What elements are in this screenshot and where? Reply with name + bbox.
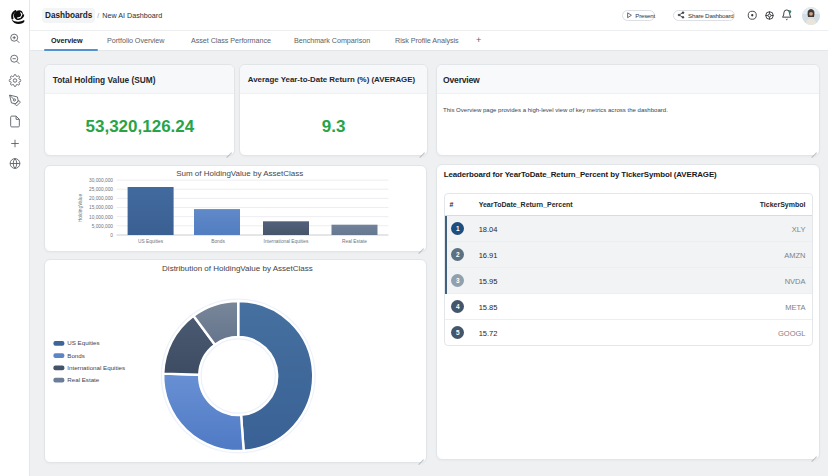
svg-text:20,000,000: 20,000,000 (89, 196, 113, 201)
svg-text:25,000,000: 25,000,000 (89, 187, 113, 192)
svg-text:Real Estate: Real Estate (68, 376, 101, 383)
svg-text:Bonds: Bonds (211, 239, 225, 244)
svg-text:International Equities: International Equities (68, 364, 126, 371)
svg-text:Bonds: Bonds (68, 352, 86, 359)
svg-text:US Equities: US Equities (138, 239, 164, 244)
svg-text:Real Estate: Real Estate (342, 239, 367, 244)
svg-text:10,000,000: 10,000,000 (89, 214, 113, 219)
svg-text:International Equities: International Equities (264, 239, 309, 244)
svg-text:Distribution of HoldingValue b: Distribution of HoldingValue by AssetCla… (162, 264, 313, 273)
svg-text:HoldingValue: HoldingValue (78, 193, 83, 222)
svg-text:US Equities: US Equities (68, 339, 100, 346)
svg-text:0: 0 (111, 232, 114, 237)
svg-text:5,000,000: 5,000,000 (92, 223, 114, 228)
svg-text:Sum of HoldingValue by AssetCl: Sum of HoldingValue by AssetClass (176, 169, 303, 178)
svg-text:30,000,000: 30,000,000 (89, 177, 113, 182)
svg-text:15,000,000: 15,000,000 (89, 205, 113, 210)
